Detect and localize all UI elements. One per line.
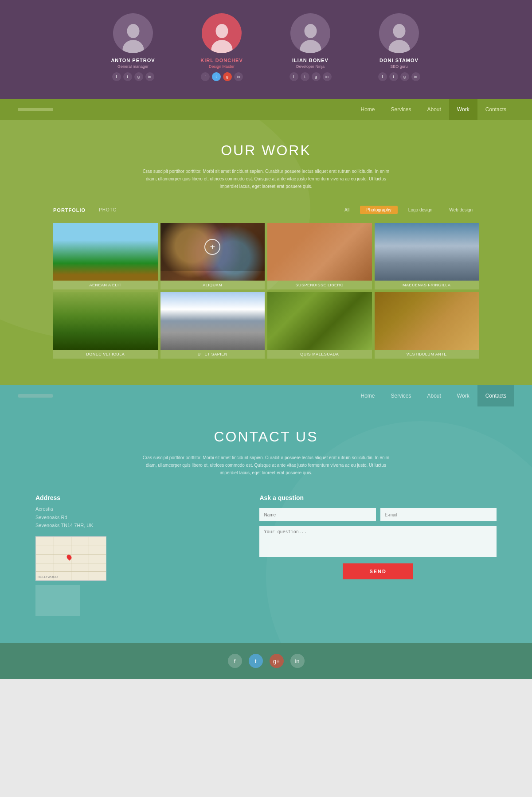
contact-logo bbox=[18, 394, 53, 398]
nav-work[interactable]: Work bbox=[449, 99, 477, 120]
svg-point-7 bbox=[388, 40, 410, 53]
contact-title: CONTACT US bbox=[35, 429, 497, 445]
team-member-3: ILIAN BONEV Developer Ninja f t g in bbox=[266, 9, 355, 86]
twitter-icon-3[interactable]: t bbox=[301, 72, 309, 81]
gplus-icon-3[interactable]: g bbox=[312, 72, 321, 81]
portfolio-caption-4: MAECENAS FRINGILLA bbox=[375, 281, 479, 289]
contact-nav-work[interactable]: Work bbox=[449, 385, 477, 406]
portfolio-item-6[interactable]: UT ET SAPIEN bbox=[160, 292, 265, 359]
question-textarea[interactable] bbox=[259, 526, 497, 557]
photo-label: PHOTO bbox=[99, 207, 117, 212]
contact-navbar: Home Services About Work Contacts bbox=[0, 385, 532, 406]
svg-point-2 bbox=[215, 24, 228, 38]
name-input[interactable] bbox=[259, 508, 376, 521]
social-icons-2: f t g in bbox=[201, 72, 243, 81]
contact-desc: Cras suscipit porttitor porttitor. Morbi… bbox=[142, 454, 390, 477]
linkedin-icon-4[interactable]: in bbox=[411, 72, 420, 81]
member-role-4: SEO guru bbox=[390, 64, 408, 69]
avatar-3 bbox=[290, 13, 330, 53]
filter-photography[interactable]: Photography bbox=[360, 206, 398, 214]
footer-linkedin-icon[interactable]: in bbox=[290, 654, 305, 668]
portfolio-item-8[interactable]: VESTIBULUM ANTE bbox=[375, 292, 479, 359]
gplus-icon-1[interactable]: g bbox=[134, 72, 143, 81]
social-icons-1: f t g in bbox=[112, 72, 154, 81]
footer-twitter-icon[interactable]: t bbox=[249, 654, 263, 668]
portfolio-caption-2: ALIQUAM bbox=[160, 281, 265, 289]
portfolio-caption-3: SUSPENDISSE LIBERO bbox=[267, 281, 372, 289]
linkedin-icon-2[interactable]: in bbox=[234, 72, 243, 81]
twitter-icon-1[interactable]: t bbox=[123, 72, 132, 81]
work-section: OUR WORK Cras suscipit porttitor porttit… bbox=[0, 120, 532, 385]
portfolio-item-7[interactable]: QUIS MALESUADA bbox=[267, 292, 372, 359]
send-button[interactable]: SEND bbox=[343, 563, 413, 579]
portfolio-item-2[interactable]: + ALIQUAM bbox=[160, 223, 265, 289]
svg-point-3 bbox=[211, 40, 232, 53]
portfolio-item-4[interactable]: MAECENAS FRINGILLA bbox=[375, 223, 479, 289]
portfolio-label: PORTFOLIO bbox=[53, 207, 86, 213]
nav-about[interactable]: About bbox=[419, 99, 449, 120]
avatar-2 bbox=[202, 13, 242, 53]
address-line2: Sevenoaks TN14 7HR, UK bbox=[35, 523, 94, 528]
team-section: ANTON PETROV General manager f t g in KI… bbox=[0, 0, 532, 99]
portfolio-caption-6: UT ET SAPIEN bbox=[160, 350, 265, 359]
contact-nav-home[interactable]: Home bbox=[352, 385, 383, 406]
footer-facebook-icon[interactable]: f bbox=[228, 654, 242, 668]
portfolio-overlay-2: + bbox=[160, 223, 265, 271]
nav-services[interactable]: Services bbox=[383, 99, 419, 120]
facebook-icon-2[interactable]: f bbox=[201, 72, 210, 81]
contact-nav-services[interactable]: Services bbox=[383, 385, 419, 406]
facebook-icon-3[interactable]: f bbox=[289, 72, 298, 81]
twitter-icon-2[interactable]: t bbox=[212, 72, 221, 81]
address-line1: Sevenoaks Rd bbox=[35, 515, 67, 520]
team-member-4: DONI STAMOV SEO guru f t g in bbox=[355, 9, 443, 86]
member-name-1: ANTON PETROV bbox=[111, 58, 155, 63]
portfolio-caption-7: QUIS MALESUADA bbox=[267, 350, 372, 359]
gplus-icon-4[interactable]: g bbox=[400, 72, 409, 81]
team-member-2: KIRL DONCHEV Design Master f t g in bbox=[177, 9, 266, 86]
contact-form: Ask a question SEND bbox=[259, 494, 497, 616]
linkedin-icon-1[interactable]: in bbox=[145, 72, 154, 81]
gplus-icon-2[interactable]: g bbox=[223, 72, 232, 81]
svg-point-4 bbox=[304, 24, 317, 38]
logo bbox=[18, 108, 53, 111]
work-navbar: Home Services About Work Contacts bbox=[0, 99, 532, 120]
member-name-2: KIRL DONCHEV bbox=[200, 58, 243, 63]
filter-web[interactable]: Web design bbox=[443, 206, 479, 214]
contact-nav-about[interactable]: About bbox=[419, 385, 449, 406]
filter-buttons: All Photography Logo design Web design bbox=[338, 206, 479, 214]
avatar-1 bbox=[113, 13, 153, 53]
member-role-1: General manager bbox=[117, 64, 149, 69]
facebook-icon-1[interactable]: f bbox=[112, 72, 121, 81]
team-member-1: ANTON PETROV General manager f t g in bbox=[89, 9, 177, 86]
twitter-icon-4[interactable]: t bbox=[389, 72, 398, 81]
address-title: Address bbox=[35, 494, 233, 501]
facebook-icon-4[interactable]: f bbox=[378, 72, 387, 81]
svg-point-0 bbox=[127, 24, 139, 38]
portfolio-caption-5: DONEC VEHICULA bbox=[53, 350, 158, 359]
avatar-4 bbox=[379, 13, 419, 53]
portfolio-caption-1: AENEAN A ELIT bbox=[53, 281, 158, 289]
email-input[interactable] bbox=[380, 508, 497, 521]
footer: f t g+ in bbox=[0, 643, 532, 679]
svg-point-5 bbox=[300, 40, 321, 53]
filter-all[interactable]: All bbox=[338, 206, 356, 214]
address-name: Acrostia bbox=[35, 506, 53, 512]
filter-logo[interactable]: Logo design bbox=[402, 206, 439, 214]
nav-home[interactable]: Home bbox=[352, 99, 383, 120]
portfolio-grid: AENEAN A ELIT + ALIQUAM SUSPENDISSE LIBE… bbox=[53, 223, 479, 359]
member-name-3: ILIAN BONEV bbox=[292, 58, 329, 63]
contact-body: Address Acrostia Sevenoaks Rd Sevenoaks … bbox=[35, 494, 497, 616]
plus-icon: + bbox=[204, 239, 220, 255]
form-title: Ask a question bbox=[259, 494, 497, 501]
member-name-4: DONI STAMOV bbox=[379, 58, 419, 63]
portfolio-item-5[interactable]: DONEC VEHICULA bbox=[53, 292, 158, 359]
footer-gplus-icon[interactable]: g+ bbox=[270, 654, 284, 668]
map: HOLLYWOOD bbox=[35, 536, 106, 581]
contact-section: CONTACT US Cras suscipit porttitor portt… bbox=[0, 406, 532, 643]
contact-nav-contacts[interactable]: Contacts bbox=[477, 385, 514, 406]
social-icons-4: f t g in bbox=[378, 72, 420, 81]
portfolio-item-3[interactable]: SUSPENDISSE LIBERO bbox=[267, 223, 372, 289]
linkedin-icon-3[interactable]: in bbox=[323, 72, 332, 81]
nav-contacts[interactable]: Contacts bbox=[477, 99, 514, 120]
portfolio-item-1[interactable]: AENEAN A ELIT bbox=[53, 223, 158, 289]
